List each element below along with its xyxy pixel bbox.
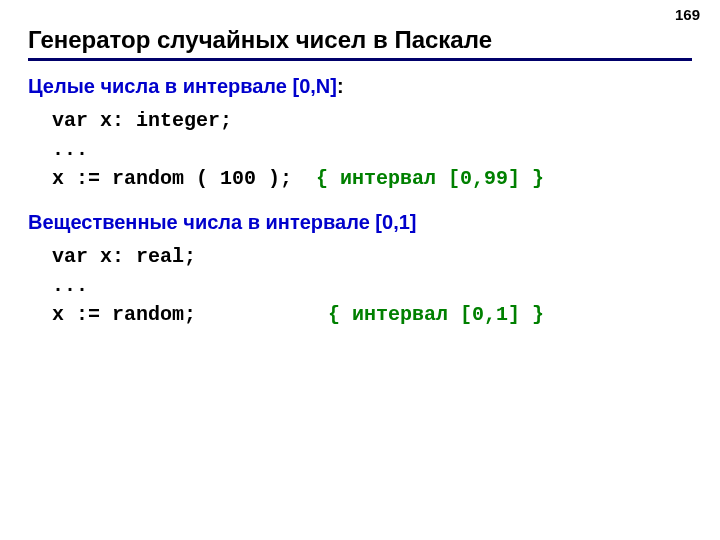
code1-line3-comment: { интервал [0,99] } (316, 167, 544, 190)
page-title: Генератор случайных чисел в Паскале (28, 26, 692, 54)
code2-line1: var x: real; (52, 245, 196, 268)
code2-line3-stmt: x := random; (52, 303, 328, 326)
code2-line2: ... (52, 274, 88, 297)
section-1-heading-colon: : (337, 75, 344, 97)
code1-line1: var x: integer; (52, 109, 232, 132)
code1-line3-stmt: x := random ( 100 ); (52, 167, 316, 190)
section-2-heading-blue: Вещественные числа в интервале [0,1] (28, 211, 416, 233)
title-divider (28, 58, 692, 61)
section-1-heading: Целые числа в интервале [0,N]: (28, 75, 692, 98)
code-block-1: var x: integer; ... x := random ( 100 );… (52, 106, 692, 193)
code-block-2: var x: real; ... x := random; { интервал… (52, 242, 692, 329)
page-number: 169 (675, 6, 700, 23)
slide: 169 Генератор случайных чисел в Паскале … (0, 0, 720, 540)
section-1-heading-blue: Целые числа в интервале [0,N] (28, 75, 337, 97)
code2-line3-comment: { интервал [0,1] } (328, 303, 544, 326)
section-2-heading: Вещественные числа в интервале [0,1] (28, 211, 692, 234)
code1-line2: ... (52, 138, 88, 161)
